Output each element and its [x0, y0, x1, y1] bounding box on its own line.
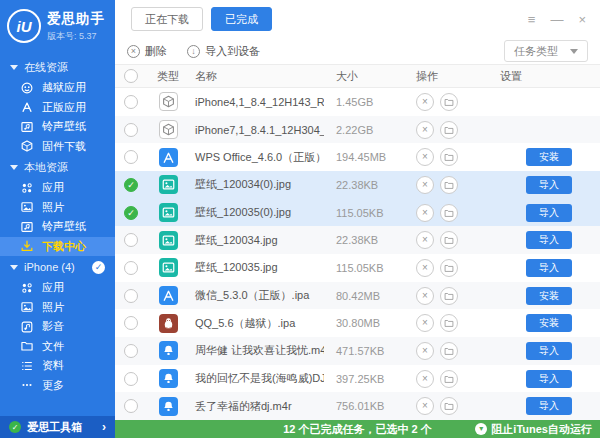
sidebar-item-apps[interactable]: 应用: [0, 178, 115, 198]
select-all-checkbox[interactable]: [124, 69, 138, 83]
open-folder-button[interactable]: [440, 148, 458, 166]
table-row: ✓ 壁纸_120035(0).jpg 115.05KB × 导入: [115, 199, 600, 227]
row-checkbox[interactable]: [124, 399, 138, 413]
import-button[interactable]: 导入: [526, 370, 572, 388]
open-folder-button[interactable]: [440, 231, 458, 249]
minimize-icon[interactable]: —: [550, 13, 563, 26]
table-row: ✓ 壁纸_120034(0).jpg 22.38KB × 导入: [115, 171, 600, 199]
import-to-device-button[interactable]: ↓ 导入到设备: [187, 44, 260, 59]
table-row: 周华健 让我欢喜让我忧.m4r 471.57KB × 导入: [115, 337, 600, 365]
remove-task-button[interactable]: ×: [416, 93, 434, 111]
install-button[interactable]: 安装: [526, 287, 572, 305]
open-folder-button[interactable]: [440, 176, 458, 194]
remove-task-button[interactable]: ×: [416, 259, 434, 277]
sidebar-section: 本地资源 应用 照片 铃声壁纸 下载中心: [0, 156, 115, 256]
open-folder-button[interactable]: [440, 397, 458, 415]
sidebar-item-apps[interactable]: 应用: [0, 278, 115, 298]
toolbar: × 删除 ↓ 导入到设备 任务类型: [115, 38, 600, 64]
table-header: 类型 名称 大小 操作 设置: [115, 64, 600, 88]
tab-completed[interactable]: 已完成: [211, 7, 272, 31]
sidebar-item-photos[interactable]: 照片: [0, 198, 115, 218]
sidebar-item-genuine-app[interactable]: 正版应用: [0, 98, 115, 118]
row-checkbox[interactable]: [124, 95, 138, 109]
ringtone-wallpaper-icon: [20, 220, 34, 234]
toolbox-bar[interactable]: ✓ 爱思工具箱 ›: [0, 416, 115, 438]
file-size: 115.05KB: [324, 262, 412, 274]
import-button[interactable]: 导入: [526, 259, 572, 277]
remove-task-button[interactable]: ×: [416, 314, 434, 332]
install-button[interactable]: 安装: [526, 148, 572, 166]
open-folder-button[interactable]: [440, 259, 458, 277]
install-button[interactable]: 安装: [526, 314, 572, 332]
sidebar-item-download-center[interactable]: 下载中心: [0, 237, 115, 257]
sidebar-section-title[interactable]: 在线资源: [0, 56, 115, 78]
open-folder-button[interactable]: [440, 314, 458, 332]
remove-task-button[interactable]: ×: [416, 121, 434, 139]
delete-button[interactable]: × 删除: [127, 44, 167, 59]
open-folder-button[interactable]: [440, 370, 458, 388]
sidebar-item-data[interactable]: 资料: [0, 356, 115, 376]
sidebar-item-jailbreak-app[interactable]: 越狱应用: [0, 78, 115, 98]
open-folder-button[interactable]: [440, 342, 458, 360]
remove-task-button[interactable]: ×: [416, 342, 434, 360]
photos-icon: [20, 200, 34, 214]
remove-task-button[interactable]: ×: [416, 397, 434, 415]
file-size: 22.38KB: [324, 179, 412, 191]
block-itunes-toggle[interactable]: ▾ 阻止iTunes自动运行: [475, 422, 600, 437]
row-checkbox[interactable]: [124, 289, 138, 303]
row-checkbox[interactable]: [124, 233, 138, 247]
import-button[interactable]: 导入: [526, 176, 572, 194]
import-button[interactable]: 导入: [526, 204, 572, 222]
row-checkbox[interactable]: [124, 316, 138, 330]
remove-task-button[interactable]: ×: [416, 287, 434, 305]
open-folder-button[interactable]: [440, 121, 458, 139]
row-checkbox[interactable]: [124, 344, 138, 358]
remove-task-button[interactable]: ×: [416, 204, 434, 222]
sidebar-section-title[interactable]: 本地资源: [0, 156, 115, 178]
close-icon[interactable]: ×: [578, 13, 586, 26]
remove-task-button[interactable]: ×: [416, 231, 434, 249]
download-center-icon: [20, 239, 34, 253]
import-button[interactable]: 导入: [526, 342, 572, 360]
row-checkbox[interactable]: ✓: [124, 206, 138, 220]
row-checkbox[interactable]: [124, 123, 138, 137]
sidebar-item-media[interactable]: 影音: [0, 317, 115, 337]
ringtone-file-icon: [159, 341, 178, 360]
sidebar-item-ringtone-wallpaper[interactable]: 铃声壁纸: [0, 217, 115, 237]
chevron-down-icon: [570, 49, 578, 54]
menu-icon[interactable]: ≡: [528, 13, 536, 26]
open-folder-button[interactable]: [440, 93, 458, 111]
chevron-down-icon: [10, 265, 18, 270]
file-name: 壁纸_120035(0).jpg: [189, 205, 324, 220]
open-folder-button[interactable]: [440, 287, 458, 305]
task-type-dropdown[interactable]: 任务类型: [504, 40, 588, 62]
sidebar-item-firmware-download[interactable]: 固件下载: [0, 137, 115, 157]
task-list: iPhone4,1_8.4_12H143_Restore.ipsw 1.45GB…: [115, 88, 600, 420]
tab-downloading[interactable]: 正在下载: [131, 7, 203, 31]
column-operation: 操作: [412, 69, 498, 84]
app-logo-icon: iU: [7, 9, 41, 43]
import-button[interactable]: 导入: [526, 397, 572, 415]
import-button[interactable]: 导入: [526, 231, 572, 249]
sidebar-item-photos[interactable]: 照片: [0, 298, 115, 318]
open-folder-button[interactable]: [440, 204, 458, 222]
sidebar-section-title[interactable]: iPhone (4) ✓: [0, 256, 115, 278]
row-checkbox[interactable]: [124, 372, 138, 386]
remove-task-button[interactable]: ×: [416, 370, 434, 388]
sidebar-item-files[interactable]: 文件: [0, 337, 115, 357]
section-title: iPhone (4): [24, 261, 75, 273]
row-checkbox[interactable]: ✓: [124, 178, 138, 192]
ringtone-file-icon: [159, 369, 178, 388]
statusbar: 12 个已完成任务，已选中 2 个 ▾ 阻止iTunes自动运行: [115, 420, 600, 438]
row-checkbox[interactable]: [124, 150, 138, 164]
file-size: 22.38KB: [324, 234, 412, 246]
section-title: 本地资源: [24, 160, 68, 175]
sidebar-item-more[interactable]: 更多: [0, 376, 115, 396]
sidebar-item-ringtone-wallpaper[interactable]: 铃声壁纸: [0, 117, 115, 137]
remove-task-button[interactable]: ×: [416, 148, 434, 166]
file-size: 756.01KB: [324, 400, 412, 412]
remove-task-button[interactable]: ×: [416, 176, 434, 194]
row-checkbox[interactable]: [124, 261, 138, 275]
image-file-icon: [159, 203, 178, 222]
file-name: 壁纸_120034(0).jpg: [189, 177, 324, 192]
